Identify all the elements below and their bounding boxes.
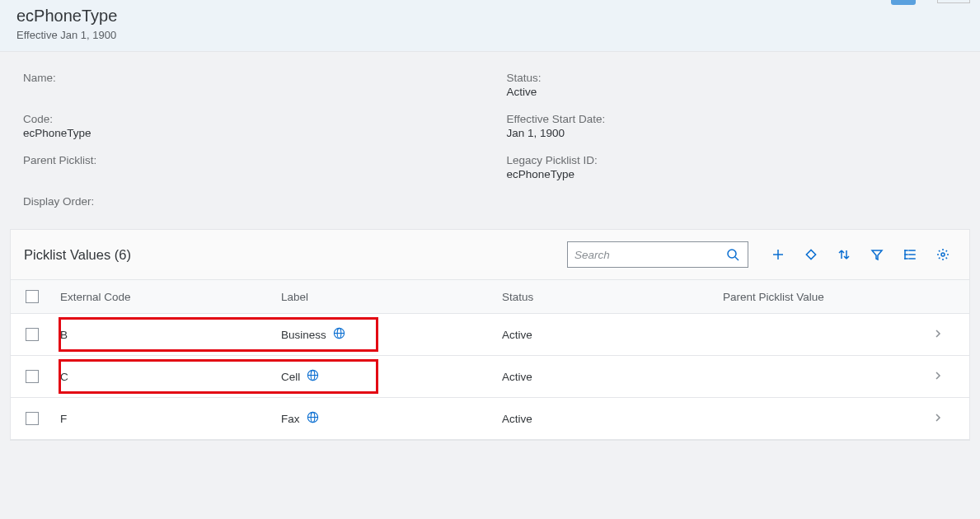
table-row[interactable]: B Business Active [11,314,969,356]
page-header: ecPhoneType Effective Jan 1, 1900 [0,0,980,52]
settings-icon[interactable] [930,244,956,265]
field-display-order-label: Display Order: [23,195,474,208]
page-title: ecPhoneType [16,7,964,26]
field-effective-label: Effective Start Date: [507,113,958,125]
field-effective-value: Jan 1, 1900 [507,127,958,139]
panel-header: Picklist Values (6) [11,230,969,280]
col-status: Status [502,291,723,303]
filter-icon[interactable] [864,244,890,265]
globe-icon[interactable] [307,369,319,384]
header-accent [891,0,916,5]
row-checkbox[interactable] [26,412,39,425]
field-display-order: Display Order: [23,195,474,209]
svg-point-5 [941,253,945,256]
picklist-values-panel: Picklist Values (6) External Code Labe [10,229,970,441]
field-parent: Parent Picklist: [23,154,474,180]
svg-rect-4 [806,250,815,259]
col-label: Label [281,291,502,303]
field-name-label: Name: [23,72,474,84]
chevron-right-icon[interactable] [933,329,966,341]
table-row[interactable]: C Cell Active [11,356,969,398]
field-legacy-label: Legacy Picklist ID: [507,154,958,166]
field-status: Status: Active [507,72,958,98]
cell-label: Fax [281,413,300,425]
field-code-label: Code: [23,113,474,125]
cell-status: Active [502,329,723,341]
field-code-value: ecPhoneType [23,127,474,139]
expand-icon[interactable] [798,244,824,265]
chevron-right-icon[interactable] [933,413,966,425]
cell-external-code: C [60,371,281,383]
cell-status: Active [502,371,723,383]
row-checkbox[interactable] [26,370,39,383]
details-grid: Name: Status: Active Code: ecPhoneType E… [0,52,980,229]
select-all-checkbox[interactable] [26,290,39,303]
header-accent-outline [937,0,970,3]
field-legacy-value: ecPhoneType [507,168,958,180]
svg-point-0 [728,250,736,258]
svg-line-1 [735,257,739,260]
field-effective: Effective Start Date: Jan 1, 1900 [507,113,958,139]
add-button[interactable] [765,244,791,265]
field-code: Code: ecPhoneType [23,113,474,139]
cell-external-code: B [60,329,281,341]
table-header: External Code Label Status Parent Pickli… [11,280,969,314]
cell-label: Business [281,329,326,341]
row-checkbox[interactable] [26,328,39,341]
globe-icon[interactable] [307,411,319,426]
search-input[interactable] [574,249,724,261]
cell-status: Active [502,413,723,425]
search-box[interactable] [567,241,748,268]
details-icon[interactable] [897,244,923,265]
cell-label: Cell [281,371,300,383]
panel-title: Picklist Values (6) [24,247,567,263]
cell-external-code: F [60,413,281,425]
page-subtitle: Effective Jan 1, 1900 [16,29,964,41]
col-external-code: External Code [60,291,281,303]
globe-icon[interactable] [333,327,345,342]
chevron-right-icon[interactable] [933,371,966,383]
field-status-label: Status: [507,72,958,84]
field-status-value: Active [507,86,958,98]
col-parent-value: Parent Picklist Value [723,291,933,303]
table-row[interactable]: F Fax Active [11,398,969,440]
field-name: Name: [23,72,474,98]
field-parent-label: Parent Picklist: [23,154,474,166]
sort-icon[interactable] [831,244,857,265]
search-icon[interactable] [724,244,741,265]
field-legacy: Legacy Picklist ID: ecPhoneType [507,154,958,180]
